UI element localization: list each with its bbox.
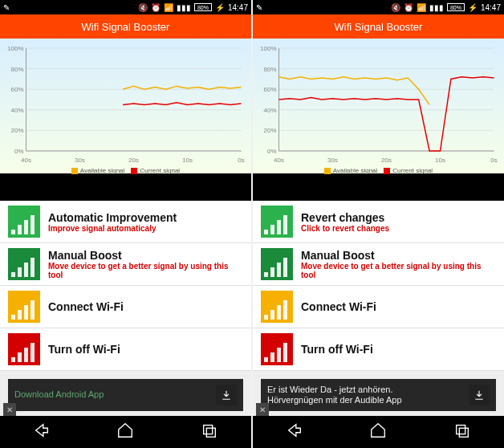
- pencil-icon: ✎: [256, 3, 262, 12]
- recent-button[interactable]: [201, 422, 218, 442]
- battery-indicator: 80%: [447, 3, 465, 11]
- svg-text:20%: 20%: [263, 127, 276, 134]
- svg-text:20s: 20s: [128, 157, 139, 164]
- close-icon[interactable]: ✕: [3, 403, 16, 416]
- svg-text:100%: 100%: [260, 45, 276, 52]
- svg-text:40%: 40%: [10, 107, 23, 114]
- svg-text:20%: 20%: [10, 127, 23, 134]
- legend-current: Current signal: [392, 167, 433, 174]
- menu-item-auto[interactable]: Automatic ImprovementImprove signal auto…: [0, 201, 251, 243]
- pencil-icon: ✎: [3, 3, 10, 12]
- back-button[interactable]: [33, 422, 51, 442]
- svg-rect-71: [283, 343, 287, 362]
- svg-rect-63: [283, 258, 287, 277]
- svg-rect-56: [264, 230, 268, 234]
- turn-off-wifi-icon: [261, 333, 293, 365]
- wifi-icon: 📶: [164, 3, 173, 12]
- menu-item-title: Connect Wi-Fi: [48, 300, 124, 313]
- svg-text:40s: 40s: [21, 157, 31, 164]
- menu-item-subtitle: Move device to get a better signal by us…: [48, 262, 243, 279]
- recent-button[interactable]: [453, 422, 471, 442]
- menu-item-subtitle: Click to revert changes: [301, 224, 389, 233]
- svg-text:0s: 0s: [238, 157, 244, 164]
- manual-boost-icon: [8, 248, 40, 280]
- svg-rect-62: [277, 263, 281, 277]
- menu-item-connect[interactable]: Connect Wi-Fi: [0, 286, 251, 328]
- back-button[interactable]: [286, 422, 303, 442]
- menu-item-manual[interactable]: Manual BoostMove device to get a better …: [0, 243, 251, 286]
- menu-item-title: Connect Wi-Fi: [301, 300, 376, 313]
- svg-rect-59: [283, 215, 287, 234]
- svg-rect-73: [459, 428, 468, 437]
- mute-icon: 🔇: [138, 3, 148, 12]
- svg-rect-26: [30, 258, 35, 277]
- svg-text:100%: 100%: [7, 45, 23, 52]
- menu-item-connect[interactable]: Connect Wi-Fi: [253, 286, 504, 328]
- svg-rect-69: [270, 352, 274, 362]
- svg-rect-67: [283, 300, 287, 320]
- menu-item-manual[interactable]: Manual BoostMove device to get a better …: [253, 243, 504, 286]
- svg-rect-30: [30, 300, 35, 320]
- svg-rect-61: [270, 267, 274, 277]
- menu-item-title: Manual Boost: [301, 249, 496, 262]
- svg-rect-36: [206, 428, 215, 437]
- svg-rect-22: [30, 215, 35, 234]
- svg-rect-20: [18, 225, 22, 234]
- svg-rect-64: [264, 315, 268, 320]
- download-icon[interactable]: [469, 385, 490, 405]
- svg-rect-27: [11, 315, 15, 320]
- menu-item-title: Revert changes: [301, 211, 389, 224]
- svg-rect-23: [11, 272, 15, 277]
- svg-rect-57: [270, 225, 274, 234]
- menu-item-subtitle: Move device to get a better signal by us…: [301, 262, 496, 279]
- status-bar: ✎ 🔇 ⏰ 📶 ▮▮▮ 80% ⚡ 14:47: [0, 0, 251, 14]
- svg-rect-24: [18, 267, 22, 277]
- svg-text:60%: 60%: [263, 86, 276, 93]
- status-bar: ✎ 🔇 ⏰ 📶 ▮▮▮ 80% ⚡ 14:47: [253, 0, 504, 14]
- alarm-icon: ⏰: [151, 3, 161, 12]
- home-button[interactable]: [369, 422, 387, 442]
- app-header: Wifi Signal Booster: [0, 14, 251, 39]
- menu-item-title: Turn off Wi-Fi: [301, 343, 373, 356]
- svg-text:0%: 0%: [267, 148, 277, 155]
- menu-item-subtitle: Improve signal automaticaly: [48, 224, 177, 233]
- svg-text:10s: 10s: [182, 157, 193, 164]
- signal-icon: ▮▮▮: [177, 3, 191, 12]
- ad-banner[interactable]: Er ist Wieder Da - jetzt anhören.Hörverg…: [261, 379, 496, 411]
- svg-text:10s: 10s: [435, 157, 445, 164]
- ad-banner[interactable]: Download Android App✕: [8, 379, 243, 411]
- download-icon[interactable]: [216, 385, 237, 405]
- clock: 14:47: [228, 3, 248, 12]
- svg-text:0s: 0s: [490, 157, 497, 164]
- menu-item-title: Automatic Improvement: [48, 211, 177, 224]
- ad-text: Er ist Wieder Da - jetzt anhören.Hörverg…: [267, 385, 402, 405]
- ad-placeholder-bar: [253, 173, 504, 201]
- charging-icon: ⚡: [215, 3, 225, 12]
- chart-legend: Available signal Current signal: [3, 167, 248, 176]
- svg-text:30s: 30s: [75, 157, 85, 164]
- svg-rect-25: [24, 263, 28, 277]
- chart-legend: Available signal Current signal: [256, 167, 501, 176]
- menu-item-off[interactable]: Turn off Wi-Fi: [0, 328, 251, 371]
- connect-wifi-icon: [261, 291, 293, 323]
- close-icon[interactable]: ✕: [256, 403, 269, 416]
- svg-text:40%: 40%: [263, 107, 276, 114]
- app-header: Wifi Signal Booster: [253, 14, 504, 39]
- home-button[interactable]: [116, 422, 134, 442]
- svg-rect-34: [30, 343, 35, 362]
- svg-rect-32: [18, 352, 22, 362]
- ad-text: Download Android App: [14, 389, 104, 400]
- turn-off-wifi-icon: [8, 333, 40, 365]
- clock: 14:47: [481, 3, 501, 12]
- svg-rect-19: [11, 230, 15, 234]
- menu-item-auto[interactable]: Revert changesClick to revert changes: [253, 201, 504, 243]
- svg-rect-72: [456, 426, 465, 434]
- menu-item-title: Turn off Wi-Fi: [48, 343, 120, 356]
- android-nav-bar: [0, 416, 251, 448]
- legend-available: Available signal: [333, 167, 377, 174]
- android-nav-bar: [253, 416, 504, 448]
- menu-item-title: Manual Boost: [48, 249, 243, 262]
- menu-item-off[interactable]: Turn off Wi-Fi: [253, 328, 504, 371]
- svg-rect-29: [24, 305, 28, 320]
- battery-indicator: 80%: [194, 3, 212, 11]
